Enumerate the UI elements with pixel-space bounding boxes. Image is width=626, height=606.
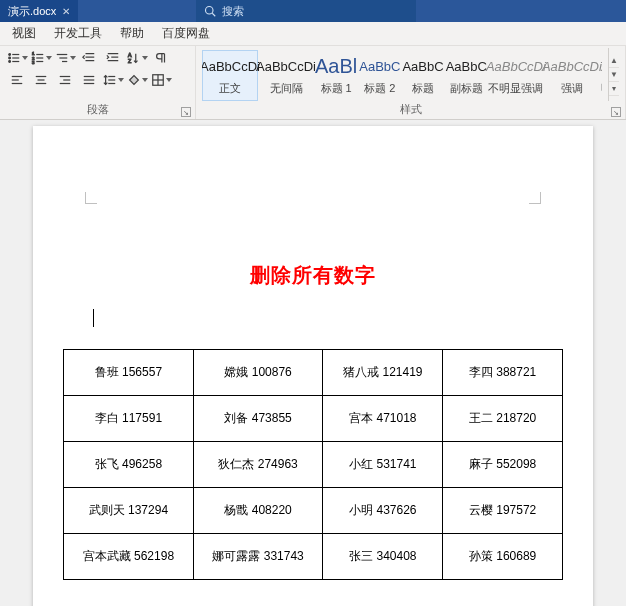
- text-cursor[interactable]: [93, 307, 563, 331]
- align-right-button[interactable]: [54, 70, 76, 90]
- style-name-label: 不明显强调: [488, 81, 543, 96]
- table-cell[interactable]: 小明 437626: [323, 488, 443, 534]
- styles-scroll-down-icon[interactable]: ▼: [609, 68, 619, 82]
- page[interactable]: 删除所有数字 鲁班 156557嫦娥 100876猪八戒 121419李四 38…: [33, 126, 593, 606]
- close-tab-icon[interactable]: ✕: [62, 6, 70, 17]
- table-row[interactable]: 鲁班 156557嫦娥 100876猪八戒 121419李四 388721: [64, 350, 563, 396]
- search-box[interactable]: 搜索: [196, 0, 416, 22]
- tab-help[interactable]: 帮助: [112, 22, 152, 45]
- table-cell[interactable]: 张飞 496258: [64, 442, 194, 488]
- table-cell[interactable]: 小红 531741: [323, 442, 443, 488]
- style-name-label: 标题 2: [364, 81, 395, 96]
- style-name-label: 强调: [561, 81, 583, 96]
- title-bar: 演示.docx ✕ 搜索: [0, 0, 626, 22]
- style-item[interactable]: AaBbC标题: [401, 50, 444, 101]
- align-center-button[interactable]: [30, 70, 52, 90]
- line-spacing-button[interactable]: [102, 70, 124, 90]
- style-item[interactable]: AaBbCcDi正文: [202, 50, 258, 101]
- search-icon: [204, 5, 216, 17]
- table-row[interactable]: 宫本武藏 562198娜可露露 331743张三 340408孙策 160689: [64, 534, 563, 580]
- table-cell[interactable]: 王二 218720: [443, 396, 563, 442]
- group-label-styles: 样式 ↘: [202, 101, 619, 119]
- style-preview: AaBbCcDi: [486, 53, 546, 79]
- svg-point-0: [206, 7, 214, 15]
- svg-line-1: [213, 13, 216, 16]
- style-name-label: 标题: [412, 81, 434, 96]
- sort-button[interactable]: AZ: [126, 48, 148, 68]
- numbered-list-button[interactable]: 123: [30, 48, 52, 68]
- style-preview: AaBbC: [402, 53, 443, 79]
- style-preview: AaBbCcDi: [542, 53, 602, 79]
- styles-scroll-up-icon[interactable]: ▲: [609, 54, 619, 68]
- styles-gallery[interactable]: AaBbCcDi正文AaBbCcDi无间隔AaBl标题 1AaBbC标题 2Aa…: [202, 48, 602, 101]
- svg-text:Z: Z: [127, 58, 131, 64]
- ribbon-tabs: 视图 开发工具 帮助 百度网盘: [0, 22, 626, 46]
- style-item[interactable]: AaBbCcDi强调: [544, 50, 600, 101]
- style-preview: AaBbCcDi: [202, 53, 260, 79]
- style-item[interactable]: AaBb明显强: [600, 50, 602, 101]
- styles-scroll[interactable]: ▲ ▼ ▾: [608, 48, 619, 101]
- crop-mark-icon: [85, 188, 101, 204]
- style-preview: AaBl: [315, 53, 357, 79]
- increase-indent-button[interactable]: [102, 48, 124, 68]
- table-cell[interactable]: 孙策 160689: [443, 534, 563, 580]
- align-justify-button[interactable]: [78, 70, 100, 90]
- style-item[interactable]: AaBbCcDi不明显强调: [488, 50, 544, 101]
- table-row[interactable]: 李白 117591刘备 473855宫本 471018王二 218720: [64, 396, 563, 442]
- table-row[interactable]: 张飞 496258狄仁杰 274963小红 531741麻子 552098: [64, 442, 563, 488]
- svg-point-4: [8, 57, 10, 59]
- table-cell[interactable]: 杨戬 408220: [193, 488, 323, 534]
- style-name-label: 副标题: [450, 81, 483, 96]
- svg-point-6: [8, 61, 10, 63]
- tab-developer[interactable]: 开发工具: [46, 22, 110, 45]
- table-cell[interactable]: 李白 117591: [64, 396, 194, 442]
- styles-more-icon[interactable]: ▾: [609, 82, 619, 96]
- table-row[interactable]: 武则天 137294杨戬 408220小明 437626云樱 197572: [64, 488, 563, 534]
- bullet-list-button[interactable]: [6, 48, 28, 68]
- svg-text:A: A: [127, 52, 131, 58]
- multilevel-list-button[interactable]: [54, 48, 76, 68]
- decrease-indent-button[interactable]: [78, 48, 100, 68]
- document-heading: 删除所有数字: [63, 262, 563, 289]
- style-item[interactable]: AaBbC副标题: [445, 50, 488, 101]
- shading-button[interactable]: [126, 70, 148, 90]
- group-paragraph: 123 AZ 段落 ↘: [0, 46, 196, 119]
- align-left-button[interactable]: [6, 70, 28, 90]
- tab-view[interactable]: 视图: [4, 22, 44, 45]
- style-item[interactable]: AaBl标题 1: [314, 50, 358, 101]
- table-cell[interactable]: 娜可露露 331743: [193, 534, 323, 580]
- style-preview: AaBbC: [446, 53, 487, 79]
- tab-baidu[interactable]: 百度网盘: [154, 22, 218, 45]
- show-marks-button[interactable]: [150, 48, 172, 68]
- style-preview: AaBbC: [359, 53, 400, 79]
- crop-mark-icon: [525, 188, 541, 204]
- table-cell[interactable]: 宫本 471018: [323, 396, 443, 442]
- ribbon: 123 AZ 段落 ↘ AaBbCcDi正文AaBbCcD: [0, 46, 626, 120]
- paragraph-launcher-icon[interactable]: ↘: [181, 107, 191, 117]
- table-cell[interactable]: 李四 388721: [443, 350, 563, 396]
- svg-point-2: [8, 54, 10, 56]
- svg-text:3: 3: [31, 60, 34, 65]
- data-table[interactable]: 鲁班 156557嫦娥 100876猪八戒 121419李四 388721李白 …: [63, 349, 563, 580]
- style-preview: AaBbCcDi: [256, 53, 316, 79]
- borders-button[interactable]: [150, 70, 172, 90]
- document-area[interactable]: 删除所有数字 鲁班 156557嫦娥 100876猪八戒 121419李四 38…: [0, 120, 626, 606]
- table-cell[interactable]: 刘备 473855: [193, 396, 323, 442]
- table-cell[interactable]: 狄仁杰 274963: [193, 442, 323, 488]
- table-cell[interactable]: 嫦娥 100876: [193, 350, 323, 396]
- table-cell[interactable]: 猪八戒 121419: [323, 350, 443, 396]
- search-placeholder: 搜索: [222, 4, 244, 19]
- style-item[interactable]: AaBbCcDi无间隔: [258, 50, 314, 101]
- table-cell[interactable]: 张三 340408: [323, 534, 443, 580]
- table-cell[interactable]: 云樱 197572: [443, 488, 563, 534]
- table-cell[interactable]: 宫本武藏 562198: [64, 534, 194, 580]
- table-cell[interactable]: 麻子 552098: [443, 442, 563, 488]
- style-item[interactable]: AaBbC标题 2: [358, 50, 401, 101]
- styles-launcher-icon[interactable]: ↘: [611, 107, 621, 117]
- document-filename: 演示.docx: [8, 4, 56, 19]
- table-cell[interactable]: 武则天 137294: [64, 488, 194, 534]
- group-styles: AaBbCcDi正文AaBbCcDi无间隔AaBl标题 1AaBbC标题 2Aa…: [196, 46, 626, 119]
- group-label-paragraph: 段落 ↘: [6, 101, 189, 119]
- table-cell[interactable]: 鲁班 156557: [64, 350, 194, 396]
- document-tab[interactable]: 演示.docx ✕: [0, 0, 78, 22]
